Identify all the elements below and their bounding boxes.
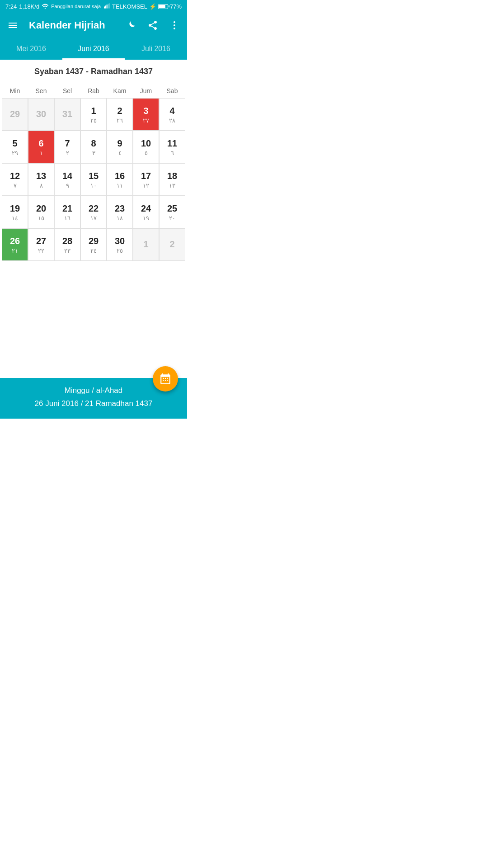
cell-greg: 5 xyxy=(12,138,17,149)
cell-hijri: ٢٥ xyxy=(117,247,123,254)
cell-greg: 28 xyxy=(62,236,72,246)
cell-greg: 1 xyxy=(143,239,148,250)
cell-hijri: ١٤ xyxy=(12,215,18,222)
cal-cell-w1c1[interactable]: 6١ xyxy=(28,131,54,163)
cell-greg: 31 xyxy=(62,108,72,119)
cell-greg: 22 xyxy=(89,203,99,214)
cal-cell-w0c5[interactable]: 3٢٧ xyxy=(133,98,159,131)
cell-hijri: ٤ xyxy=(118,150,122,156)
cell-greg: 7 xyxy=(65,138,70,149)
page-wrapper: 7:24 1,18K/d Panggilan darurat saja xyxy=(0,0,187,419)
cal-cell-w3c2[interactable]: 21١٦ xyxy=(54,196,80,228)
moon-button[interactable] xyxy=(122,16,140,34)
cal-cell-w4c5: 1 xyxy=(133,228,159,261)
cell-hijri: ٨ xyxy=(40,182,43,189)
cal-cell-w0c0: 29 xyxy=(2,98,28,131)
bottom-bar-line1: Minggu / al-Ahad xyxy=(7,384,180,397)
time: 7:24 xyxy=(5,3,17,10)
cell-greg: 15 xyxy=(89,170,99,181)
cal-cell-w2c2[interactable]: 14٩ xyxy=(54,163,80,196)
cal-cell-w3c3[interactable]: 22١٧ xyxy=(80,196,107,228)
day-header-sab: Sab xyxy=(159,84,185,98)
cell-hijri: ١٠ xyxy=(90,182,97,189)
cell-greg: 3 xyxy=(143,105,148,116)
svg-point-0 xyxy=(45,8,46,8)
cal-cell-w3c6[interactable]: 25٢٠ xyxy=(159,196,185,228)
tab-mei[interactable]: Mei 2016 xyxy=(0,38,62,60)
bottom-bar-line2: 26 Juni 2016 / 21 Ramadhan 1437 xyxy=(7,397,180,410)
cell-greg: 19 xyxy=(10,203,20,214)
cell-greg: 26 xyxy=(10,236,20,246)
cal-cell-w2c3[interactable]: 15١٠ xyxy=(80,163,107,196)
cell-hijri: ٢٩ xyxy=(12,150,18,156)
cal-cell-w3c4[interactable]: 23١٨ xyxy=(107,196,133,228)
cal-cell-w1c2[interactable]: 7٢ xyxy=(54,131,80,163)
day-header-sen: Sen xyxy=(28,84,54,98)
fab-button[interactable] xyxy=(153,366,178,392)
cal-cell-w0c2: 31 xyxy=(54,98,80,131)
cell-greg: 21 xyxy=(62,203,72,214)
cell-greg: 13 xyxy=(36,170,46,181)
cell-greg: 23 xyxy=(115,203,125,214)
more-button[interactable] xyxy=(165,16,183,34)
operator: TELKOMSEL xyxy=(112,3,147,10)
share-button[interactable] xyxy=(144,16,162,34)
cal-cell-w0c4[interactable]: 2٢٦ xyxy=(107,98,133,131)
cell-greg: 2 xyxy=(117,105,122,116)
calendar-weeks: 2930311٢٥2٢٦3٢٧4٢٨5٢٩6١7٢8٣9٤10٥11٦12٧13… xyxy=(2,98,185,261)
cell-hijri: ٢٥ xyxy=(90,117,97,124)
cal-cell-w0c6[interactable]: 4٢٨ xyxy=(159,98,185,131)
cell-greg: 20 xyxy=(36,203,46,214)
cell-hijri: ٢٣ xyxy=(64,247,70,254)
cal-cell-w1c4[interactable]: 9٤ xyxy=(107,131,133,163)
cal-cell-w1c6[interactable]: 11٦ xyxy=(159,131,185,163)
cell-greg: 30 xyxy=(36,108,46,119)
cal-cell-w4c0[interactable]: 26٢١ xyxy=(2,228,28,261)
cal-cell-w3c1[interactable]: 20١٥ xyxy=(28,196,54,228)
menu-button[interactable] xyxy=(4,16,22,34)
day-header-sel: Sel xyxy=(54,84,80,98)
tab-juni[interactable]: Juni 2016 xyxy=(62,38,125,60)
cal-cell-w4c4[interactable]: 30٢٥ xyxy=(107,228,133,261)
cell-hijri: ٢٢ xyxy=(38,247,44,254)
cell-greg: 4 xyxy=(169,105,174,116)
cal-cell-w4c2[interactable]: 28٢٣ xyxy=(54,228,80,261)
cell-greg: 24 xyxy=(141,203,151,214)
cell-greg: 17 xyxy=(141,170,151,181)
charging-icon: ⚡ xyxy=(149,3,156,10)
day-header-jum: Jum xyxy=(133,84,159,98)
cal-cell-w2c5[interactable]: 17١٢ xyxy=(133,163,159,196)
calendar-grid: Min Sen Sel Rab Kam Jum Sab xyxy=(2,84,185,98)
cal-cell-w2c4[interactable]: 16١١ xyxy=(107,163,133,196)
cal-cell-w2c6[interactable]: 18١٣ xyxy=(159,163,185,196)
svg-rect-1 xyxy=(104,6,105,8)
cal-cell-w1c3[interactable]: 8٣ xyxy=(80,131,107,163)
signal-icon xyxy=(104,3,110,10)
app-title: Kalender Hijriah xyxy=(25,19,118,31)
cell-hijri: ٥ xyxy=(145,150,148,156)
svg-point-6 xyxy=(174,21,175,23)
svg-rect-5 xyxy=(109,3,110,8)
svg-rect-2 xyxy=(105,5,106,8)
carrier-notice: Panggilan darurat saja xyxy=(51,4,101,9)
cal-cell-w0c3[interactable]: 1٢٥ xyxy=(80,98,107,131)
cal-cell-w1c0[interactable]: 5٢٩ xyxy=(2,131,28,163)
cal-cell-w2c0[interactable]: 12٧ xyxy=(2,163,28,196)
cal-cell-w4c3[interactable]: 29٢٤ xyxy=(80,228,107,261)
cell-greg: 2 xyxy=(169,239,174,250)
cell-hijri: ٦ xyxy=(171,150,174,156)
status-right: TELKOMSEL ⚡ 77% xyxy=(104,3,182,10)
tab-juli[interactable]: Juli 2016 xyxy=(125,38,187,60)
cell-hijri: ١٦ xyxy=(64,215,70,222)
spacer xyxy=(0,264,187,378)
cal-cell-w2c1[interactable]: 13٨ xyxy=(28,163,54,196)
cal-cell-w3c0[interactable]: 19١٤ xyxy=(2,196,28,228)
svg-rect-3 xyxy=(107,5,108,8)
cell-hijri: ٢٤ xyxy=(90,247,97,254)
cal-cell-w0c1: 30 xyxy=(28,98,54,131)
calendar-title: Syaban 1437 - Ramadhan 1437 xyxy=(2,67,185,76)
status-left: 7:24 1,18K/d Panggilan darurat saja xyxy=(5,3,101,10)
cal-cell-w3c5[interactable]: 24١٩ xyxy=(133,196,159,228)
cal-cell-w1c5[interactable]: 10٥ xyxy=(133,131,159,163)
cal-cell-w4c1[interactable]: 27٢٢ xyxy=(28,228,54,261)
